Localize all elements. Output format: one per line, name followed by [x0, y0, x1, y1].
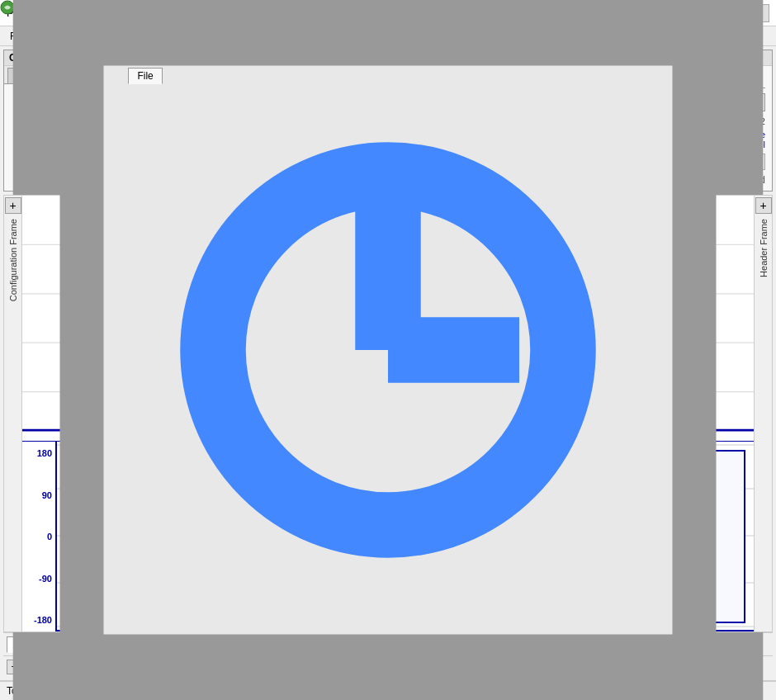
main-content: Connection Parameters Tcp Udp Serial Fil… [0, 46, 776, 680]
realtime-icon [0, 46, 776, 680]
tab-file[interactable]: File [128, 68, 162, 84]
realtime-row: + Real-time Frame Detail [3, 655, 773, 677]
